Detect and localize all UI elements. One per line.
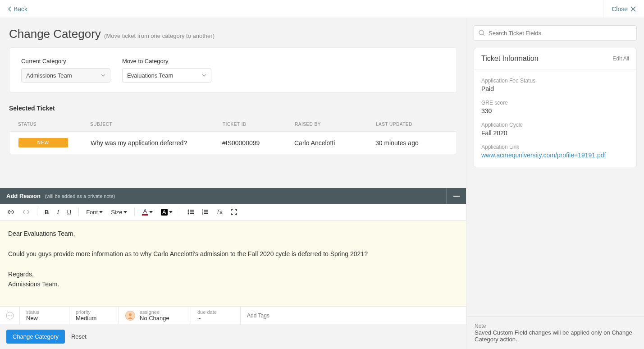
toolbar-separator [134,208,135,216]
current-category-dropdown[interactable]: Admissions Team [21,68,110,83]
svg-point-3 [187,211,189,213]
font-dropdown[interactable]: Font [85,208,104,216]
fullscreen-button[interactable] [230,208,238,216]
meta-more-button[interactable] [0,307,20,324]
edit-all-link[interactable]: Edit All [612,55,629,62]
unlink-button[interactable] [22,209,31,215]
svg-rect-12 [204,213,208,214]
bullet-list-icon [187,209,194,215]
info-label: Application Link [481,144,629,150]
number-list-icon: 123 [202,209,208,215]
meta-priority-label: priority [76,309,112,315]
bold-button[interactable]: B [44,208,50,216]
info-item: GRE score 330 [481,96,629,118]
category-panel: Current Category Admissions Team Move to… [9,47,457,93]
meta-assignee[interactable]: assignee No Change [119,307,191,324]
size-dropdown[interactable]: Size [110,208,128,216]
ticket-info-body: Application Fee Status Paid GRE score 33… [474,69,636,167]
svg-rect-0 [453,196,460,197]
link-button[interactable] [6,209,15,215]
move-category-dropdown[interactable]: Evaluations Team [122,68,211,83]
info-value: Fall 2020 [481,129,629,137]
search-field-wrap[interactable] [474,25,637,41]
svg-point-15 [8,315,9,316]
meta-due-value: ~ [197,315,234,321]
info-item: Application Cycle Fall 2020 [481,118,629,140]
change-category-button[interactable]: Change Category [6,330,65,344]
editor-textarea[interactable]: Dear Evaluations Team, Could you guys pr… [0,220,466,306]
meta-status[interactable]: status New [20,307,69,324]
search-input[interactable] [489,30,632,37]
editor-header: Add Reason (will be added as a private n… [0,188,466,204]
meta-tags-input[interactable]: Add Tags [241,307,466,324]
page-subtitle: (Move ticket from one category to anothe… [104,32,215,39]
minimize-button[interactable] [446,188,466,204]
ticket-last-updated: 30 minutes ago [375,139,448,147]
chevron-down-icon [202,74,206,77]
toolbar-separator [37,208,37,216]
svg-point-16 [9,315,10,316]
avatar-icon [125,311,135,321]
ticket-info-card: Ticket Information Edit All Application … [474,48,637,167]
toolbar-separator [78,208,79,216]
reset-button[interactable]: Reset [71,333,87,340]
meta-priority[interactable]: priority Medium [69,307,119,324]
info-value: 330 [481,107,629,115]
svg-point-1 [187,210,189,211]
svg-point-19 [479,30,484,35]
col-ticket-id: TICKET ID [223,122,295,127]
ticket-row[interactable]: NEW Why was my application deferred? #IS… [9,131,457,154]
underline-button[interactable]: U [66,208,72,216]
caret-down-icon [99,211,103,213]
close-icon [630,6,636,12]
move-category-label: Move to Category [122,58,211,64]
back-button[interactable]: Back [8,5,27,13]
svg-point-17 [11,315,12,316]
info-label: Application Cycle [481,122,629,128]
italic-button[interactable]: I [56,207,59,216]
ticket-id: #IS00000099 [222,139,294,147]
editor-panel: Add Reason (will be added as a private n… [0,188,466,349]
ticket-table-header: STATUS SUBJECT TICKET ID RAISED BY LAST … [9,117,457,131]
number-list-button[interactable]: 123 [201,208,209,216]
close-label: Close [612,5,628,13]
selected-ticket-heading: Selected Ticket [9,105,457,112]
top-bar: Back Close [0,0,644,18]
back-label: Back [14,5,27,13]
caret-down-icon [169,211,173,213]
note-text: Saved Custom Field changes will be appli… [475,329,636,343]
clear-format-button[interactable]: T [215,208,224,216]
status-badge: NEW [18,138,68,147]
bullet-list-button[interactable] [187,208,195,216]
bg-color-button[interactable]: A [160,208,174,216]
meta-due-date[interactable]: due date ~ [191,307,241,324]
text-color-button[interactable]: A [141,207,154,216]
caret-down-icon [149,211,153,213]
info-label: Application Fee Status [481,78,629,84]
info-label: GRE score [481,100,629,106]
minimize-icon [453,196,460,197]
toolbar-separator [180,208,180,216]
ticket-raised-by: Carlo Ancelotti [294,139,375,147]
more-horizontal-icon [6,312,14,320]
meta-status-value: New [26,315,63,321]
meta-priority-value: Medium [76,315,112,321]
svg-rect-4 [190,211,194,212]
col-status: STATUS [18,122,90,127]
meta-due-label: due date [197,309,234,315]
meta-assignee-label: assignee [140,309,169,315]
action-row: Change Category Reset [0,324,466,349]
page-title: Change Category (Move ticket from one ca… [9,27,457,41]
close-button[interactable]: Close [603,0,636,18]
fullscreen-icon [231,209,237,215]
svg-point-18 [129,313,132,316]
editor-toolbar: B I U Font Size A A [0,204,466,220]
chevron-left-icon [8,6,12,12]
svg-rect-10 [204,211,208,212]
svg-point-5 [187,213,189,215]
ticket-subject: Why was my application deferred? [91,139,222,147]
info-value-link[interactable]: www.acmequniversity.com/profile=19191.pd… [481,152,629,159]
main-left: Change Category (Move ticket from one ca… [0,18,466,349]
note-box: Note Saved Custom Field changes will be … [466,316,644,349]
chevron-down-icon [101,74,105,77]
